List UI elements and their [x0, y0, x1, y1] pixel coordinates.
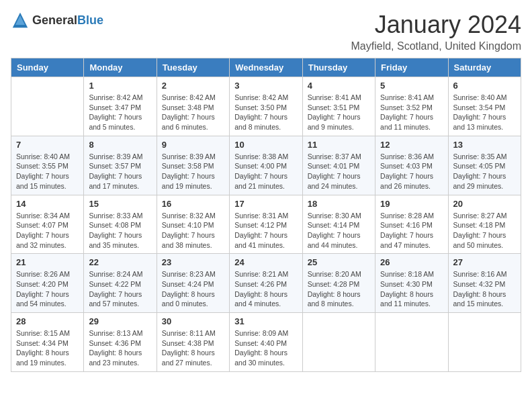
cell-data: Sunrise: 8:23 AMSunset: 4:24 PMDaylight:…	[162, 269, 224, 309]
column-header-monday: Monday	[84, 58, 157, 77]
day-number: 20	[453, 199, 516, 209]
day-number: 31	[234, 316, 297, 326]
day-number: 22	[89, 257, 151, 267]
day-number: 19	[380, 199, 443, 209]
cell-data: Sunrise: 8:41 AMSunset: 3:52 PMDaylight:…	[380, 93, 443, 132]
calendar-cell: 16Sunrise: 8:32 AMSunset: 4:10 PMDayligh…	[157, 195, 229, 254]
calendar-cell: 25Sunrise: 8:20 AMSunset: 4:28 PMDayligh…	[302, 254, 375, 313]
calendar-cell	[375, 313, 448, 372]
calendar-cell: 31Sunrise: 8:09 AMSunset: 4:40 PMDayligh…	[230, 313, 302, 372]
calendar-cell: 7Sunrise: 8:40 AMSunset: 3:55 PMDaylight…	[11, 136, 84, 195]
cell-data: Sunrise: 8:21 AMSunset: 4:26 PMDaylight:…	[234, 269, 297, 309]
day-number: 11	[308, 140, 370, 150]
day-number: 16	[162, 199, 224, 209]
page-header: GeneralBlue January 2024 Mayfield, Scotl…	[11, 11, 521, 52]
column-header-tuesday: Tuesday	[157, 58, 229, 77]
day-number: 25	[308, 257, 370, 267]
title-block: January 2024 Mayfield, Scotland, United …	[351, 11, 521, 52]
calendar-cell: 3Sunrise: 8:42 AMSunset: 3:50 PMDaylight…	[230, 77, 302, 136]
calendar-cell: 12Sunrise: 8:36 AMSunset: 4:03 PMDayligh…	[375, 136, 448, 195]
calendar-cell: 19Sunrise: 8:28 AMSunset: 4:16 PMDayligh…	[375, 195, 448, 254]
calendar-cell: 2Sunrise: 8:42 AMSunset: 3:48 PMDaylight…	[157, 77, 229, 136]
cell-data: Sunrise: 8:24 AMSunset: 4:22 PMDaylight:…	[89, 269, 151, 309]
cell-data: Sunrise: 8:39 AMSunset: 3:57 PMDaylight:…	[89, 152, 151, 191]
cell-data: Sunrise: 8:13 AMSunset: 4:36 PMDaylight:…	[89, 328, 151, 368]
cell-data: Sunrise: 8:20 AMSunset: 4:28 PMDaylight:…	[308, 269, 370, 309]
day-number: 15	[89, 199, 151, 209]
month-title: January 2024	[351, 11, 521, 39]
logo: GeneralBlue	[11, 11, 103, 30]
day-number: 28	[16, 316, 79, 326]
cell-data: Sunrise: 8:41 AMSunset: 3:51 PMDaylight:…	[308, 93, 370, 132]
cell-data: Sunrise: 8:32 AMSunset: 4:10 PMDaylight:…	[162, 211, 224, 250]
day-number: 14	[16, 199, 79, 209]
calendar-week-row: 14Sunrise: 8:34 AMSunset: 4:07 PMDayligh…	[11, 195, 521, 254]
column-header-saturday: Saturday	[448, 58, 521, 77]
calendar-cell	[11, 77, 84, 136]
calendar-cell: 8Sunrise: 8:39 AMSunset: 3:57 PMDaylight…	[84, 136, 157, 195]
day-number: 21	[16, 257, 79, 267]
day-number: 12	[380, 140, 443, 150]
calendar-cell: 23Sunrise: 8:23 AMSunset: 4:24 PMDayligh…	[157, 254, 229, 313]
calendar-cell: 22Sunrise: 8:24 AMSunset: 4:22 PMDayligh…	[84, 254, 157, 313]
calendar-cell: 15Sunrise: 8:33 AMSunset: 4:08 PMDayligh…	[84, 195, 157, 254]
cell-data: Sunrise: 8:42 AMSunset: 3:50 PMDaylight:…	[234, 93, 297, 132]
logo-text-blue: Blue	[77, 13, 103, 27]
calendar-header-row: SundayMondayTuesdayWednesdayThursdayFrid…	[11, 58, 521, 77]
day-number: 9	[162, 140, 224, 150]
calendar-cell: 27Sunrise: 8:16 AMSunset: 4:32 PMDayligh…	[448, 254, 521, 313]
calendar-week-row: 28Sunrise: 8:15 AMSunset: 4:34 PMDayligh…	[11, 313, 521, 372]
calendar-cell: 13Sunrise: 8:35 AMSunset: 4:05 PMDayligh…	[448, 136, 521, 195]
calendar-cell: 29Sunrise: 8:13 AMSunset: 4:36 PMDayligh…	[84, 313, 157, 372]
cell-data: Sunrise: 8:40 AMSunset: 3:54 PMDaylight:…	[453, 93, 516, 132]
day-number: 17	[234, 199, 297, 209]
column-header-sunday: Sunday	[11, 58, 84, 77]
calendar-cell: 18Sunrise: 8:30 AMSunset: 4:14 PMDayligh…	[302, 195, 375, 254]
column-header-wednesday: Wednesday	[230, 58, 302, 77]
day-number: 18	[308, 199, 370, 209]
calendar-cell: 11Sunrise: 8:37 AMSunset: 4:01 PMDayligh…	[302, 136, 375, 195]
cell-data: Sunrise: 8:31 AMSunset: 4:12 PMDaylight:…	[234, 211, 297, 250]
cell-data: Sunrise: 8:33 AMSunset: 4:08 PMDaylight:…	[89, 211, 151, 250]
day-number: 7	[16, 140, 79, 150]
calendar-cell: 6Sunrise: 8:40 AMSunset: 3:54 PMDaylight…	[448, 77, 521, 136]
calendar-cell: 4Sunrise: 8:41 AMSunset: 3:51 PMDaylight…	[302, 77, 375, 136]
calendar-week-row: 21Sunrise: 8:26 AMSunset: 4:20 PMDayligh…	[11, 254, 521, 313]
calendar-cell: 17Sunrise: 8:31 AMSunset: 4:12 PMDayligh…	[230, 195, 302, 254]
day-number: 29	[89, 316, 151, 326]
calendar-cell: 9Sunrise: 8:39 AMSunset: 3:58 PMDaylight…	[157, 136, 229, 195]
calendar-cell: 1Sunrise: 8:42 AMSunset: 3:47 PMDaylight…	[84, 77, 157, 136]
cell-data: Sunrise: 8:36 AMSunset: 4:03 PMDaylight:…	[380, 152, 443, 191]
cell-data: Sunrise: 8:34 AMSunset: 4:07 PMDaylight:…	[16, 211, 79, 250]
day-number: 26	[380, 257, 443, 267]
day-number: 23	[162, 257, 224, 267]
column-header-thursday: Thursday	[302, 58, 375, 77]
cell-data: Sunrise: 8:27 AMSunset: 4:18 PMDaylight:…	[453, 211, 516, 250]
cell-data: Sunrise: 8:16 AMSunset: 4:32 PMDaylight:…	[453, 269, 516, 309]
calendar-cell: 21Sunrise: 8:26 AMSunset: 4:20 PMDayligh…	[11, 254, 84, 313]
calendar-cell: 10Sunrise: 8:38 AMSunset: 4:00 PMDayligh…	[230, 136, 302, 195]
column-header-friday: Friday	[375, 58, 448, 77]
calendar-week-row: 7Sunrise: 8:40 AMSunset: 3:55 PMDaylight…	[11, 136, 521, 195]
cell-data: Sunrise: 8:40 AMSunset: 3:55 PMDaylight:…	[16, 152, 79, 191]
cell-data: Sunrise: 8:09 AMSunset: 4:40 PMDaylight:…	[234, 328, 297, 368]
day-number: 4	[308, 81, 370, 91]
calendar-cell	[448, 313, 521, 372]
cell-data: Sunrise: 8:18 AMSunset: 4:30 PMDaylight:…	[380, 269, 443, 309]
day-number: 5	[380, 81, 443, 91]
calendar-cell: 20Sunrise: 8:27 AMSunset: 4:18 PMDayligh…	[448, 195, 521, 254]
calendar-cell: 28Sunrise: 8:15 AMSunset: 4:34 PMDayligh…	[11, 313, 84, 372]
day-number: 30	[162, 316, 224, 326]
cell-data: Sunrise: 8:15 AMSunset: 4:34 PMDaylight:…	[16, 328, 79, 368]
cell-data: Sunrise: 8:26 AMSunset: 4:20 PMDaylight:…	[16, 269, 79, 309]
cell-data: Sunrise: 8:38 AMSunset: 4:00 PMDaylight:…	[234, 152, 297, 191]
cell-data: Sunrise: 8:42 AMSunset: 3:47 PMDaylight:…	[89, 93, 151, 132]
day-number: 3	[234, 81, 297, 91]
calendar-table: SundayMondayTuesdayWednesdayThursdayFrid…	[11, 58, 521, 372]
cell-data: Sunrise: 8:42 AMSunset: 3:48 PMDaylight:…	[162, 93, 224, 132]
day-number: 24	[234, 257, 297, 267]
cell-data: Sunrise: 8:37 AMSunset: 4:01 PMDaylight:…	[308, 152, 370, 191]
cell-data: Sunrise: 8:39 AMSunset: 3:58 PMDaylight:…	[162, 152, 224, 191]
location-title: Mayfield, Scotland, United Kingdom	[351, 40, 521, 52]
logo-icon	[11, 11, 30, 30]
